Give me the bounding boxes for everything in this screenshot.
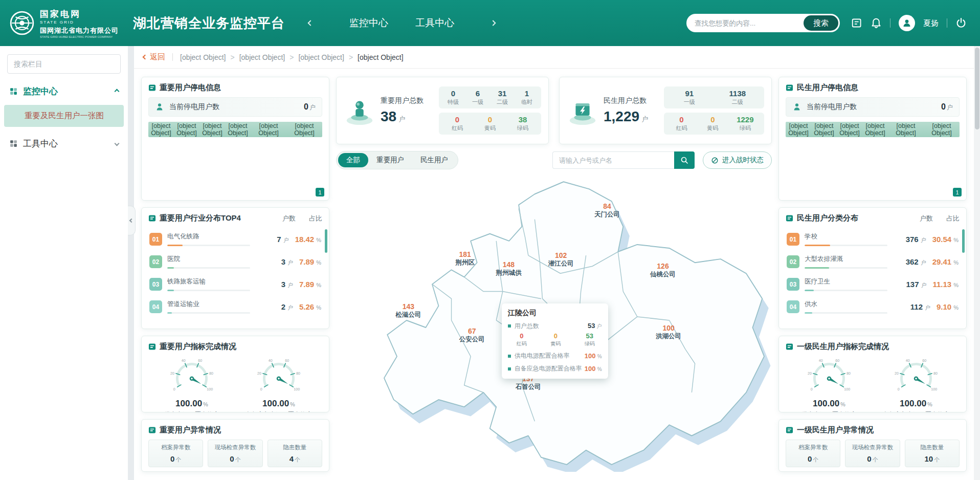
username[interactable]: 夏扬 [923, 18, 939, 28]
livelihood-user-book-icon [567, 95, 598, 126]
bullet-icon [508, 355, 511, 358]
logo-company-en: STATE GRID HUBEI ELECTRIC POWER COMPANY [40, 35, 119, 38]
table-column: [object Object] [251, 122, 286, 137]
rank-row: 04 供水 112户 9.10% [786, 295, 960, 318]
map-search [552, 151, 695, 169]
header-nav-item[interactable]: 工具中心 [415, 17, 454, 28]
right-column: 民生用户停电信息 当前停电用户数 0户 [object Object][obje… [778, 77, 967, 472]
breadcrumb-item[interactable]: [object Object] [239, 53, 299, 61]
chevron-down-icon [115, 141, 120, 146]
progress-track [167, 312, 250, 314]
wartime-mode-button[interactable]: 进入战时状态 [703, 151, 772, 169]
gauge-label: 自备应急电源配置合格率 [875, 410, 957, 412]
pagination[interactable]: 1 [316, 188, 324, 197]
scrollbar-thumb[interactable] [975, 48, 979, 129]
rank-row: 04 管道运输业 2户 5.26% [148, 295, 322, 318]
page-scrollbar[interactable] [974, 46, 980, 480]
summary-title: 重要用户总数 [381, 96, 424, 105]
table-column: [object Object] [862, 122, 888, 137]
breadcrumb-item[interactable]: [object Object] [180, 53, 239, 61]
page-title: 湖北营销全业务监控平台 [133, 14, 285, 32]
svg-text:20: 20 [257, 372, 261, 376]
stat-box: 隐患数量 10个 [905, 440, 960, 467]
level-stat: 6 一级 [471, 89, 485, 106]
gauge-label: 供电电源配置合格率 [151, 410, 233, 412]
important-abnormal-card: 重要用户异常情况 档案异常数 0个 现场检查异常数 0个 [141, 419, 329, 472]
code-stat: 1229 绿码 [737, 115, 753, 132]
account-search-input[interactable] [552, 151, 674, 169]
user-type-tab[interactable]: 重要用户 [368, 153, 412, 167]
industry-name: 管道运输业 [167, 300, 254, 309]
code-stat: 0 黄码 [483, 115, 497, 132]
table-column: [object Object] [786, 122, 811, 137]
tooltip-code-stats: 0 红码 0 黄码 53 绿码 [508, 332, 602, 348]
card-title: 一级民生用户指标完成情况 [797, 342, 889, 352]
nav-prev-icon[interactable] [307, 20, 313, 26]
sidebar-item-label: 工具中心 [23, 138, 58, 149]
pagination[interactable]: 1 [953, 188, 962, 197]
gauge-dial-icon: 02040 6080100 [163, 356, 220, 397]
breadcrumb-item[interactable]: [object Object] [358, 53, 404, 61]
breadcrumb-item[interactable]: [object Object] [298, 53, 358, 61]
sidebar-item-tool-center[interactable]: 工具中心 [0, 131, 128, 156]
sidebar-search-input[interactable] [7, 54, 121, 74]
sidebar-item-monitor-center[interactable]: 监控中心 [0, 79, 128, 104]
gauge-dial-icon: 02040 6080100 [800, 356, 858, 397]
sidebar-item-important-users-map[interactable]: 重要及民生用户一张图 [4, 105, 124, 127]
map-company-label[interactable]: 84 天门公司 [594, 202, 620, 219]
industry-name: 医院 [167, 255, 254, 264]
header-search-input[interactable] [695, 19, 804, 27]
divider [947, 18, 947, 28]
card-title-icon [786, 84, 793, 92]
map-company-label[interactable]: 67 公安公司 [459, 327, 485, 344]
svg-text:80: 80 [209, 372, 213, 376]
stat-box: 隐患数量 4个 [268, 440, 322, 467]
header-search-button[interactable]: 搜索 [804, 15, 838, 31]
map-company-label[interactable]: 102 潜江公司 [548, 251, 574, 268]
map-company-label[interactable]: 143 松滋公司 [395, 302, 421, 319]
map-company-label[interactable]: 148 荆州城供 [496, 261, 521, 278]
card-scrollbar[interactable] [325, 229, 327, 253]
map-container: 84 天门公司 181 荆州区 148 荆州城供 [336, 176, 772, 472]
power-logout-icon[interactable] [955, 17, 967, 29]
header-nav-item[interactable]: 监控中心 [349, 17, 388, 28]
code-stat: 0 红码 [674, 115, 688, 132]
bullet-icon [508, 367, 511, 370]
table-column: [object Object] [286, 122, 322, 137]
nav-next-icon[interactable] [491, 20, 496, 26]
svg-text:20: 20 [895, 372, 899, 376]
filter-row: 全部 重要用户 民生用户 进入战时状态 [336, 151, 772, 169]
code-stat: 53 绿码 [583, 333, 597, 348]
level-stat: 1138 二级 [729, 89, 746, 106]
category-name: 供水 [805, 300, 891, 309]
state-grid-emblem-icon [9, 10, 35, 36]
rank-list: 01 电气化铁路 7户 18.42% 02 [148, 228, 322, 318]
table-column: [object Object] [837, 122, 862, 137]
map-company-label[interactable]: 181 荆州区 [455, 250, 475, 267]
gauge-group: 02040 6080100 100.00% 供电电源配置合格率 [786, 356, 960, 412]
progress-fill [805, 245, 830, 246]
user-type-tab[interactable]: 民生用户 [412, 153, 456, 167]
svg-text:40: 40 [182, 359, 186, 363]
back-button[interactable]: 返回 [143, 52, 165, 62]
table-column: [object Object] [148, 122, 174, 137]
tool-center-icon [9, 139, 18, 148]
map-company-label[interactable]: 100 洪湖公司 [656, 324, 681, 341]
avatar[interactable] [899, 15, 915, 31]
table-column: [object Object] [199, 122, 225, 137]
bell-icon[interactable] [871, 17, 882, 29]
sidebar-collapse-handle[interactable] [128, 206, 136, 235]
notes-icon[interactable] [851, 17, 862, 29]
rank-row: 03 铁路旅客运输 3户 7.89% [148, 273, 322, 295]
tooltip-metrics: 供电电源配置合格率 100 % 自备应急电源配置合格率 100 % [508, 352, 602, 373]
user-type-tab[interactable]: 全部 [338, 153, 368, 167]
breadcrumb: [object Object][object Object][object Ob… [180, 53, 404, 61]
rank-badge: 01 [149, 233, 162, 246]
outage-table-header: [object Object][object Object][object Ob… [786, 122, 960, 137]
account-search-button[interactable] [674, 151, 695, 169]
gauge: 02040 6080100 100.00% 自备应急电源配置合格率 [875, 356, 957, 412]
svg-text:40: 40 [819, 359, 823, 363]
table-column: [object Object] [811, 122, 837, 137]
map-company-label[interactable]: 126 仙桃公司 [650, 262, 676, 279]
card-scrollbar[interactable] [962, 229, 965, 253]
